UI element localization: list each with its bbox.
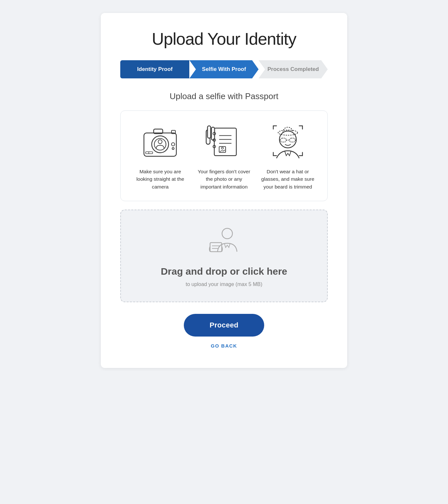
instruction-hat: Don't wear a hat or glasses, and make su… xyxy=(256,122,320,190)
instruction-fingers: Your fingers don't cover the photo or an… xyxy=(192,122,256,190)
proceed-button[interactable]: Proceed xyxy=(184,314,265,337)
instructions-box: Make sure you are looking straight at th… xyxy=(120,110,328,201)
step-selfie-proof[interactable]: Selfie With Proof xyxy=(189,60,258,78)
instruction-camera: Make sure you are looking straight at th… xyxy=(128,122,192,190)
svg-point-5 xyxy=(158,140,162,144)
drop-zone-title: Drag and drop or click here xyxy=(161,266,287,277)
svg-rect-25 xyxy=(289,138,295,142)
go-back-button[interactable]: GO BACK xyxy=(211,343,237,349)
step-process-completed[interactable]: Process Completed xyxy=(259,60,328,78)
svg-point-7 xyxy=(172,148,174,150)
drop-zone-subtitle: to upload your image (max 5 MB) xyxy=(186,281,263,287)
svg-rect-30 xyxy=(210,243,222,252)
upload-subtitle: Upload a selfie with Passport xyxy=(120,91,328,101)
hat-glasses-icon xyxy=(267,122,309,161)
fingers-icon xyxy=(203,122,245,161)
page-container: Upload Your Identity Identity Proof Self… xyxy=(101,13,347,368)
svg-rect-24 xyxy=(280,138,286,142)
upload-person-icon xyxy=(206,226,242,259)
svg-rect-8 xyxy=(146,152,153,154)
svg-point-15 xyxy=(221,147,223,149)
camera-icon xyxy=(139,122,181,161)
instruction-text-camera: Make sure you are looking straight at th… xyxy=(133,168,188,190)
drop-zone[interactable]: Drag and drop or click here to upload yo… xyxy=(120,210,328,302)
svg-point-6 xyxy=(171,143,175,146)
instruction-text-fingers: Your fingers don't cover the photo or an… xyxy=(197,168,252,190)
svg-point-29 xyxy=(222,228,232,239)
step-identity-proof[interactable]: Identity Proof xyxy=(120,60,189,78)
instruction-text-hat: Don't wear a hat or glasses, and make su… xyxy=(260,168,315,190)
page-title: Upload Your Identity xyxy=(120,29,328,49)
svg-rect-17 xyxy=(207,126,211,138)
steps-bar: Identity Proof Selfie With Proof Process… xyxy=(120,60,328,78)
